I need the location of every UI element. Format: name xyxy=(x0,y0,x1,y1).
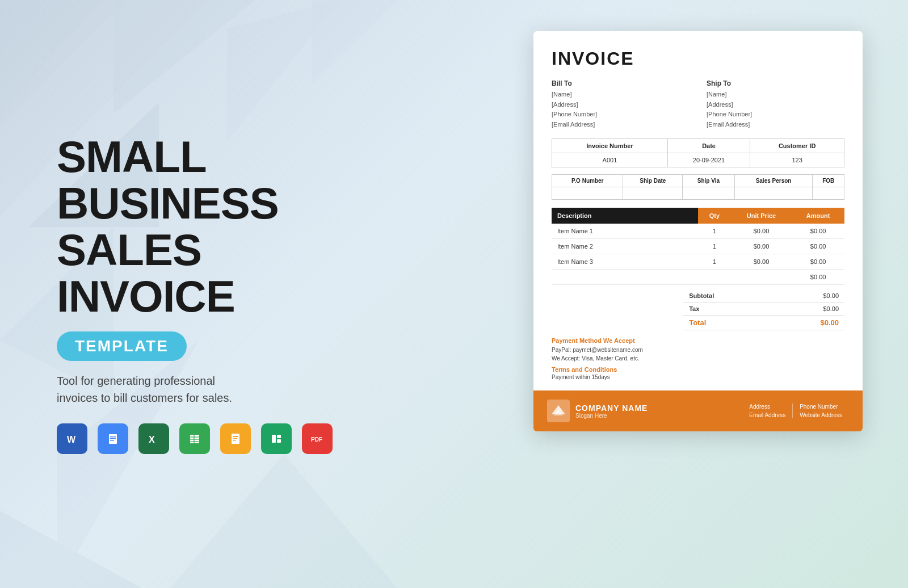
description-header: Description xyxy=(552,208,698,224)
item-qty-3: 1 xyxy=(698,254,731,270)
company-logo-icon xyxy=(547,400,570,422)
grand-total-row: Total $0.00 xyxy=(683,316,844,330)
totals-section: Subtotal $0.00 Tax $0.00 Total $0.00 xyxy=(552,285,844,330)
svg-rect-27 xyxy=(233,436,238,437)
svg-rect-30 xyxy=(268,431,284,447)
invoice-number-value: A001 xyxy=(552,153,668,167)
date-header: Date xyxy=(667,139,750,153)
payment-line1: PayPal: paymet@websitename.com xyxy=(552,346,844,354)
company-name: COMPANY NAME xyxy=(575,404,648,413)
subtotal-label: Subtotal xyxy=(689,292,714,299)
bill-to-email: [Email Address] xyxy=(552,120,690,130)
item-amount-2: $0.00 xyxy=(792,239,844,254)
svg-text:X: X xyxy=(149,435,155,444)
bill-to-phone: [Phone Number] xyxy=(552,110,690,120)
svg-rect-32 xyxy=(277,435,281,438)
item-amount-4: $0.00 xyxy=(792,270,844,285)
tax-value: $0.00 xyxy=(823,305,839,312)
svg-rect-14 xyxy=(110,436,116,438)
ship-to-email: [Email Address] xyxy=(707,120,844,130)
item-unit-price-4 xyxy=(731,270,792,285)
table-row: Item Name 2 1 $0.00 $0.00 xyxy=(552,239,844,254)
template-badge: TEMPLATE xyxy=(57,331,187,361)
tax-label: Tax xyxy=(689,305,699,312)
po-number-header: P.O Number xyxy=(552,175,623,187)
ship-via-header: Ship Via xyxy=(683,175,734,187)
payment-section: Payment Method We Accept PayPal: paymet@… xyxy=(552,330,844,385)
footer-info: Address Email Address Phone Number Websi… xyxy=(742,404,849,418)
subtotal-value: $0.00 xyxy=(823,292,839,299)
item-qty-4 xyxy=(698,270,731,285)
ship-date-header: Ship Date xyxy=(623,175,683,187)
info-table: Invoice Number Date Customer ID A001 20-… xyxy=(552,138,844,167)
po-table: P.O Number Ship Date Ship Via Sales Pers… xyxy=(552,174,844,200)
item-description-1: Item Name 1 xyxy=(552,224,698,239)
ship-date-value xyxy=(623,187,683,200)
total-value: $0.00 xyxy=(820,318,839,327)
bill-to-label: Bill To xyxy=(552,79,690,87)
ship-via-value xyxy=(683,187,734,200)
item-amount-1: $0.00 xyxy=(792,224,844,239)
ship-to-label: Ship To xyxy=(707,79,844,87)
items-table: Description Qty Unit Price Amount Item N… xyxy=(552,208,844,285)
item-qty-1: 1 xyxy=(698,224,731,239)
footer-address-label: Address xyxy=(749,404,785,410)
bill-to-section: Bill To [Name] [Address] [Phone Number] … xyxy=(552,79,701,129)
footer-email-label: Email Address xyxy=(749,412,785,418)
footer-address-col: Address Email Address xyxy=(742,404,793,418)
item-unit-price-3: $0.00 xyxy=(731,254,792,270)
item-unit-price-1: $0.00 xyxy=(731,224,792,239)
company-slogan: Slogan Here xyxy=(575,413,648,419)
invoice-title: INVOICE xyxy=(552,48,844,69)
terms-text: Payment within 15days xyxy=(552,374,844,380)
svg-rect-29 xyxy=(233,440,236,441)
date-value: 20-09-2021 xyxy=(667,153,750,167)
footer-phone-label: Phone Number xyxy=(800,404,842,410)
invoice-panel: INVOICE Bill To [Name] [Address] [Phone … xyxy=(533,31,863,431)
customer-id-header: Customer ID xyxy=(750,139,844,153)
word-icon: W xyxy=(57,423,87,454)
svg-text:PDF: PDF xyxy=(311,436,322,443)
sheets-icon xyxy=(179,423,210,454)
payment-label: Payment Method We Accept xyxy=(552,337,844,344)
pages-icon xyxy=(220,423,251,454)
svg-rect-33 xyxy=(277,439,281,443)
docs-icon xyxy=(98,423,128,454)
item-qty-2: 1 xyxy=(698,239,731,254)
company-text: COMPANY NAME Slogan Here xyxy=(575,404,648,419)
unit-price-header: Unit Price xyxy=(731,208,792,224)
invoice-number-header: Invoice Number xyxy=(552,139,668,153)
amount-header: Amount xyxy=(792,208,844,224)
ship-to-phone: [Phone Number] xyxy=(707,110,844,120)
total-label: Total xyxy=(689,318,706,327)
svg-rect-28 xyxy=(233,438,237,439)
subtotal-row: Subtotal $0.00 xyxy=(683,289,844,303)
template-badge-label: TEMPLATE xyxy=(75,337,169,355)
invoice-footer: COMPANY NAME Slogan Here Address Email A… xyxy=(533,390,863,431)
sales-person-value xyxy=(734,187,813,200)
footer-website-label: Website Address xyxy=(800,412,842,418)
po-number-value xyxy=(552,187,623,200)
table-row: Item Name 1 1 $0.00 $0.00 xyxy=(552,224,844,239)
subtitle: Tool for generating professional invoice… xyxy=(57,372,232,406)
fob-header: FOB xyxy=(813,175,844,187)
sales-person-header: Sales Person xyxy=(734,175,813,187)
customer-id-value: 123 xyxy=(750,153,844,167)
item-description-4 xyxy=(552,270,698,285)
company-logo-area: COMPANY NAME Slogan Here xyxy=(547,400,733,422)
svg-rect-16 xyxy=(110,440,114,441)
tax-row: Tax $0.00 xyxy=(683,303,844,316)
app-icons-row: W X xyxy=(57,423,333,454)
payment-line2: We Accept: Visa, Master Card, etc. xyxy=(552,354,844,363)
item-description-3: Item Name 3 xyxy=(552,254,698,270)
item-description-2: Item Name 2 xyxy=(552,239,698,254)
qty-header: Qty xyxy=(698,208,731,224)
svg-rect-31 xyxy=(272,435,276,443)
item-amount-3: $0.00 xyxy=(792,254,844,270)
numbers-icon xyxy=(261,423,292,454)
bill-to-name: [Name] xyxy=(552,90,690,100)
bill-to-address: [Address] xyxy=(552,100,690,110)
bill-ship-row: Bill To [Name] [Address] [Phone Number] … xyxy=(552,79,844,129)
table-row: $0.00 xyxy=(552,270,844,285)
ship-to-address: [Address] xyxy=(707,100,844,110)
